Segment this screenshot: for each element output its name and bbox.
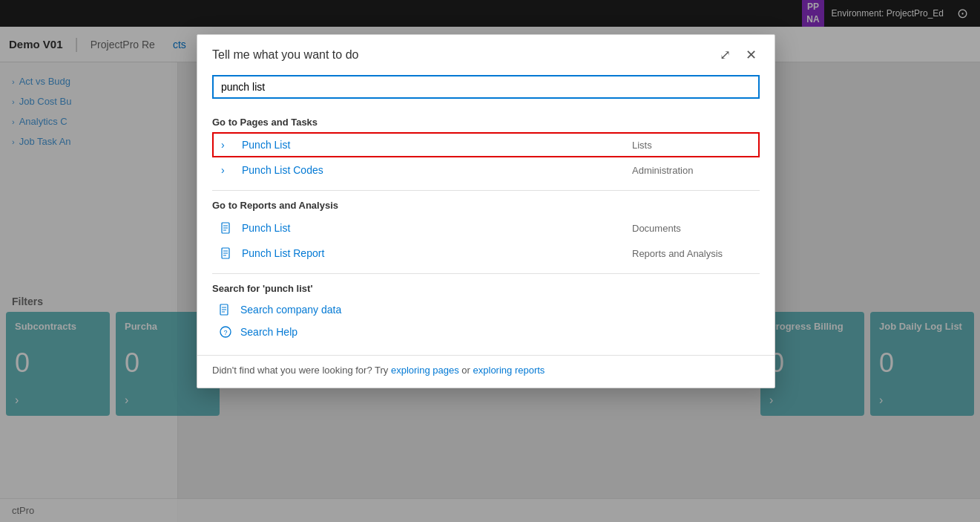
modal-footer-text: Didn't find what you were looking for? T… [197,355,775,388]
punch-list-codes-label[interactable]: Punch List Codes [242,164,632,176]
modal-search-area [197,69,775,108]
modal-body: Go to Pages and Tasks › Punch List Lists… [197,117,775,355]
punch-list-report-category: Reports and Analysis [632,248,751,259]
document-icon [221,247,236,259]
punch-list-report-label[interactable]: Punch List Report [242,247,632,259]
search-input[interactable] [212,75,760,99]
search-help[interactable]: ? Search Help [212,321,760,343]
exploring-reports-link[interactable]: exploring reports [473,365,545,376]
svg-text:?: ? [224,329,228,336]
chevron-right-icon: › [221,139,236,151]
search-company-data[interactable]: Search company data [212,298,760,321]
divider-2 [212,273,760,274]
result-punch-list-page[interactable]: › Punch List Lists [212,132,760,157]
punch-list-category: Lists [632,140,751,151]
modal-header: Tell me what you want to do ⤢ ✕ [197,35,775,69]
chevron-right-icon: › [221,164,236,176]
divider-1 [212,190,760,191]
punch-list-docs-category: Documents [632,223,751,234]
search-modal: Tell me what you want to do ⤢ ✕ Go to Pa… [197,34,775,388]
search-for-heading: Search for 'punch list' [212,283,760,294]
result-punch-list-report2[interactable]: Punch List Report Reports and Analysis [212,241,760,266]
punch-list-docs-label[interactable]: Punch List [242,222,632,234]
punch-list-label[interactable]: Punch List [242,139,632,151]
document-icon [221,222,236,234]
reports-analysis-heading: Go to Reports and Analysis [212,200,760,211]
exploring-pages-link[interactable]: exploring pages [391,365,459,376]
result-punch-list-report[interactable]: Punch List Documents [212,215,760,241]
modal-header-actions: ⤢ ✕ [717,47,760,63]
search-help-label[interactable]: Search Help [240,326,297,338]
help-circle-icon: ? [220,326,234,338]
search-company-label[interactable]: Search company data [240,304,341,316]
close-button[interactable]: ✕ [743,47,760,63]
pages-tasks-heading: Go to Pages and Tasks [212,117,760,128]
modal-title: Tell me what you want to do [212,48,358,62]
search-doc-icon [220,304,234,316]
punch-list-codes-category: Administration [632,165,751,176]
expand-button[interactable]: ⤢ [717,47,734,63]
result-punch-list-codes[interactable]: › Punch List Codes Administration [212,157,760,183]
